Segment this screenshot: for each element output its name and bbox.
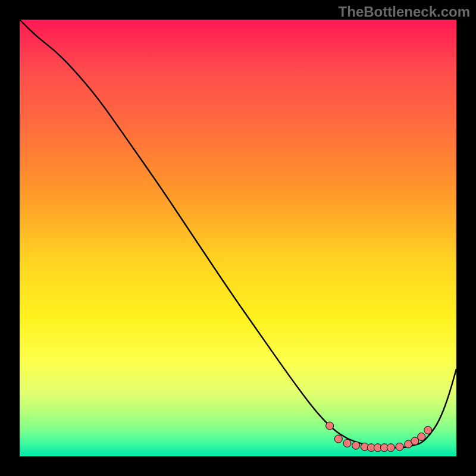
data-dot — [396, 443, 403, 450]
chart-svg — [20, 20, 456, 456]
data-dot — [352, 441, 360, 449]
watermark-text: TheBottleneck.com — [339, 4, 470, 20]
bottleneck-curve — [20, 20, 456, 447]
data-dot — [424, 426, 432, 434]
data-dots — [326, 422, 432, 452]
data-dot — [387, 444, 394, 452]
data-dot — [334, 435, 342, 443]
data-dot — [411, 437, 419, 445]
data-dot — [418, 433, 425, 440]
data-dot — [343, 439, 351, 447]
data-dot — [326, 422, 334, 430]
chart-frame: TheBottleneck.com — [0, 0, 476, 476]
